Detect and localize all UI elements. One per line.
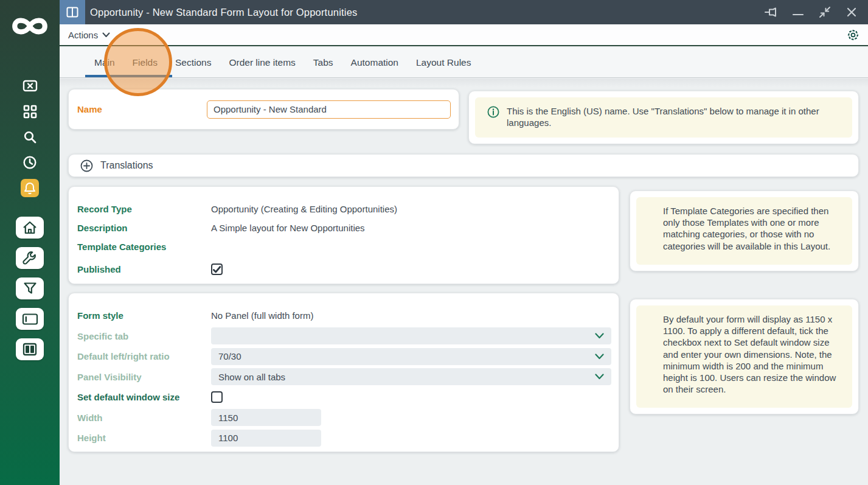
tools-wrench-button[interactable] bbox=[16, 247, 44, 269]
search-icon[interactable] bbox=[21, 128, 39, 146]
window-size-note-card: By default your form will display as 115… bbox=[630, 299, 859, 414]
form-style-label: Form style bbox=[77, 310, 211, 321]
name-note-text: This is the English (US) name. Use "Tran… bbox=[507, 105, 842, 128]
ratio-value: 70/30 bbox=[218, 351, 241, 361]
chevron-down-icon bbox=[595, 333, 604, 339]
tab-fields[interactable]: Fields bbox=[133, 57, 158, 68]
actions-menu-button[interactable]: Actions bbox=[68, 30, 110, 40]
template-categories-row: Template Categories bbox=[77, 237, 619, 256]
width-row: Width bbox=[77, 408, 619, 428]
restore-collapse-icon[interactable] bbox=[818, 5, 832, 19]
close-window-icon[interactable] bbox=[21, 77, 39, 95]
record-type-value: Opportunity (Creating & Editing Opportun… bbox=[211, 204, 397, 214]
window-size-note-text: By default your form will display as 115… bbox=[636, 305, 852, 408]
template-categories-note-card: If Template Categories are specified the… bbox=[630, 190, 859, 271]
specific-tab-label: Specific tab bbox=[77, 331, 211, 341]
template-categories-note-text: If Template Categories are specified the… bbox=[636, 197, 852, 265]
published-label: Published bbox=[77, 264, 211, 274]
record-type-row: Record Type Opportunity (Creating & Edit… bbox=[77, 200, 619, 218]
width-input[interactable] bbox=[211, 409, 321, 426]
set-default-window-size-label: Set default window size bbox=[77, 392, 211, 402]
translations-expander[interactable]: Translations bbox=[68, 154, 859, 177]
panel-visibility-select[interactable]: Show on all tabs bbox=[211, 368, 611, 385]
chevron-down-icon bbox=[595, 354, 604, 360]
panel-visibility-row: Panel Visibility Show on all tabs bbox=[77, 367, 619, 387]
name-note-card: This is the English (US) name. Use "Tran… bbox=[468, 91, 859, 144]
settings-gear-icon[interactable] bbox=[847, 29, 859, 41]
width-label: Width bbox=[77, 413, 211, 423]
set-default-window-size-row: Set default window size bbox=[77, 387, 619, 407]
tab-automation[interactable]: Automation bbox=[351, 57, 398, 68]
app-grid-icon[interactable] bbox=[21, 102, 39, 120]
home-button[interactable] bbox=[16, 217, 44, 239]
ratio-select[interactable]: 70/30 bbox=[211, 348, 611, 365]
window-controls bbox=[765, 5, 868, 19]
plus-circle-icon bbox=[80, 159, 93, 172]
tab-order-line-items[interactable]: Order line items bbox=[229, 57, 295, 68]
filter-button[interactable] bbox=[16, 277, 44, 299]
form-style-card: Form style No Panel (full width form) Sp… bbox=[68, 293, 619, 452]
tab-tabs[interactable]: Tabs bbox=[313, 57, 333, 68]
window-panel-icon bbox=[60, 0, 85, 24]
sidebar-bottom-icon-group bbox=[16, 217, 44, 360]
form-style-row: Form style No Panel (full width form) bbox=[77, 305, 619, 326]
description-row: Description A Simple layout for New Oppo… bbox=[77, 218, 619, 237]
chevron-down-icon bbox=[102, 32, 110, 38]
app-logo-icon bbox=[10, 13, 50, 41]
notifications-bell-icon[interactable] bbox=[21, 179, 39, 197]
two-columns-button[interactable] bbox=[16, 338, 44, 360]
description-label: Description bbox=[77, 223, 211, 233]
description-value: A Simple layout for New Opportunities bbox=[211, 223, 365, 233]
tab-main[interactable]: Main bbox=[94, 57, 115, 68]
name-input[interactable] bbox=[207, 100, 451, 119]
panel-visibility-label: Panel Visibility bbox=[77, 372, 211, 382]
actions-bar: Actions bbox=[60, 24, 868, 46]
pin-icon[interactable] bbox=[765, 5, 778, 19]
active-tab-indicator bbox=[85, 75, 172, 77]
form-style-value: No Panel (full width form) bbox=[211, 310, 313, 321]
ratio-row: Default left/right ratio 70/30 bbox=[77, 346, 619, 366]
actions-label: Actions bbox=[68, 30, 98, 40]
translations-label: Translations bbox=[100, 160, 153, 171]
published-row: Published bbox=[77, 260, 619, 279]
tab-sections[interactable]: Sections bbox=[175, 57, 211, 68]
sidebar-top-icon-group bbox=[21, 77, 39, 197]
panel-visibility-value: Show on all tabs bbox=[218, 372, 285, 382]
layout-tabs: Main Fields Sections Order line items Ta… bbox=[60, 47, 868, 78]
close-icon[interactable] bbox=[845, 5, 858, 19]
name-card: Name bbox=[68, 89, 459, 130]
window-titlebar: Opportunity - New Standard Form Layout f… bbox=[60, 0, 868, 24]
check-icon bbox=[212, 265, 221, 274]
window-title: Opportunity - New Standard Form Layout f… bbox=[90, 7, 357, 18]
main-content: Name This is the English (US) name. Use … bbox=[60, 79, 868, 485]
ratio-label: Default left/right ratio bbox=[77, 351, 211, 361]
height-row: Height bbox=[77, 428, 619, 448]
record-type-label: Record Type bbox=[77, 204, 211, 214]
height-label: Height bbox=[77, 433, 211, 443]
history-clock-icon[interactable] bbox=[21, 153, 39, 172]
name-field-label: Name bbox=[77, 104, 207, 114]
tab-layout-rules[interactable]: Layout Rules bbox=[416, 57, 471, 68]
minimize-icon[interactable] bbox=[791, 5, 805, 19]
specific-tab-select[interactable] bbox=[211, 327, 611, 344]
record-details-card: Record Type Opportunity (Creating & Edit… bbox=[68, 186, 619, 284]
set-default-window-size-checkbox[interactable] bbox=[211, 391, 223, 403]
chevron-down-icon bbox=[595, 374, 604, 380]
height-input[interactable] bbox=[211, 430, 321, 447]
panel-left-button[interactable] bbox=[16, 308, 44, 330]
sidebar bbox=[0, 0, 60, 485]
specific-tab-row: Specific tab bbox=[77, 326, 619, 346]
published-checkbox[interactable] bbox=[211, 263, 223, 275]
info-icon bbox=[487, 106, 499, 118]
template-categories-label: Template Categories bbox=[77, 242, 211, 252]
